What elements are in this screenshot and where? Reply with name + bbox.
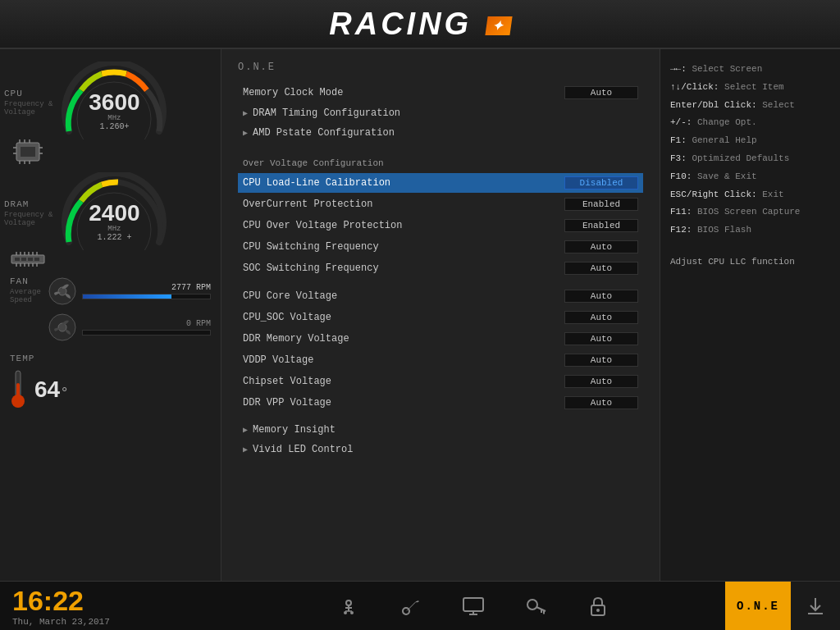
logo-text: RACING [329, 7, 483, 41]
svg-rect-16 [21, 258, 26, 261]
fan1-bar-wrap [82, 294, 211, 299]
help-item-screen: →←: Select Screen [670, 62, 830, 78]
dram-sublabel2: Voltage [4, 219, 35, 227]
menu-item-vddp-v[interactable]: VDDP Voltage Auto [238, 350, 643, 370]
menu-item-label: Memory Clock Mode [243, 87, 343, 98]
expand-arrow-vivid: ▶ [243, 445, 248, 454]
svg-point-53 [596, 609, 600, 612]
menu-item-amd-pstate[interactable]: ▶ AMD Pstate Configuration [238, 124, 643, 142]
help-item-f3: F3: Optimized Defaults [670, 151, 830, 167]
thermometer-icon [10, 367, 26, 412]
fan1-icon [48, 276, 77, 306]
nav-tools-icon[interactable] [334, 591, 363, 621]
logo-emblem: ✦ [485, 16, 512, 35]
cpu-freq-value: 3600 [57, 91, 171, 114]
cpu-sublabel2: Voltage [4, 108, 35, 116]
menu-item-memory-insight[interactable]: ▶ Memory Insight [238, 421, 643, 439]
cpu-voltage: 1.260+ [57, 122, 171, 131]
menu-item-ddr-vpp-v[interactable]: DDR VPP Voltage Auto [238, 393, 643, 413]
app-logo: RACING ✦ [329, 7, 510, 42]
nav-lock-icon[interactable] [583, 591, 613, 621]
dram-label-col: DRAM Frequency & Voltage [4, 196, 52, 227]
menu-item-cpu-soc-v[interactable]: CPU_SOC Voltage Auto [238, 308, 643, 327]
download-icon[interactable] [791, 582, 840, 631]
expand-arrow-amd: ▶ [243, 128, 248, 138]
menu-value-cpu-sw-freq: Auto [564, 240, 638, 253]
menu-item-overcurrent[interactable]: OverCurrent Protection Enabled [238, 194, 643, 214]
menu-item-label: DRAM Timing Configuration [253, 107, 400, 119]
one-button[interactable]: O.N.E [725, 582, 791, 631]
one-label: O.N.E [737, 600, 779, 613]
help-panel: →←: Select Screen ↑↓/Click: Select Item … [660, 49, 840, 581]
nav-screen-icon[interactable] [459, 591, 488, 621]
menu-item-label: CPU Switching Frequency [243, 241, 379, 253]
menu-value-ddr-vpp-v: Auto [564, 396, 638, 409]
menu-item-label: SOC Switching Frequency [243, 262, 379, 274]
menu-value-cpu-ovp: Enabled [564, 219, 638, 232]
main-layout: CPU Frequency & Voltage [0, 49, 840, 581]
menu-item-label: Memory Insight [253, 424, 336, 436]
menu-item-label: CPU Over Voltage Protection [243, 220, 402, 231]
bottom-bar: 16:22 Thu, March 23,2017 [0, 581, 840, 630]
menu-item-vivid-led[interactable]: ▶ Vivid LED Control [238, 441, 643, 459]
nav-wrench-icon[interactable] [396, 591, 426, 621]
section-title: O.N.E [238, 62, 643, 73]
cpu-dial: 3600 MHz 1.260+ [57, 62, 171, 139]
clock-time: 16:22 [12, 585, 209, 617]
help-description: Adjust CPU LLC function [670, 255, 830, 269]
cpu-section: CPU Frequency & Voltage [0, 57, 221, 139]
nav-key-icon[interactable] [521, 591, 550, 621]
menu-value-ddr-mem-v: Auto [564, 332, 638, 345]
temp-label: Temp [10, 354, 211, 363]
svg-point-42 [344, 611, 347, 614]
menu-value-memory-clock: Auto [564, 86, 638, 99]
help-item-item: ↑↓/Click: Select Item [670, 80, 830, 96]
menu-item-cpu-ovp[interactable]: CPU Over Voltage Protection Enabled [238, 216, 643, 235]
menu-item-cpu-sw-freq[interactable]: CPU Switching Frequency Auto [238, 237, 643, 257]
temp-row: 64° [10, 367, 211, 412]
menu-item-soc-sw-freq[interactable]: SOC Switching Frequency Auto [238, 258, 643, 278]
content-area: O.N.E Memory Clock Mode Auto ▶ DRAM Timi… [221, 49, 660, 581]
cpu-sublabel1: Frequency & [4, 100, 52, 108]
fan2-rpm: 0 RPM [82, 319, 211, 328]
help-item-f10: F10: Save & Exit [670, 169, 830, 185]
menu-item-label: VDDP Voltage [243, 354, 313, 366]
fan-section: Fan Average Speed [0, 272, 221, 346]
help-item-f11: F11: BIOS Screen Capture [670, 204, 830, 221]
menu-item-memory-clock[interactable]: Memory Clock Mode Auto [238, 83, 643, 103]
menu-value-cpu-core-v: Auto [564, 290, 638, 303]
dram-freq-value: 2400 [57, 202, 171, 225]
expand-arrow-memory: ▶ [243, 425, 248, 435]
menu-item-label: AMD Pstate Configuration [253, 127, 395, 139]
svg-point-37 [11, 395, 25, 408]
fan2-icon [48, 313, 77, 342]
menu-item-chipset-v[interactable]: Chipset Voltage Auto [238, 372, 643, 391]
cpu-label: CPU [4, 89, 23, 98]
dram-chip-icon-row [0, 250, 221, 272]
clock-section: 16:22 Thu, March 23,2017 [0, 581, 221, 630]
divider2 [238, 280, 643, 286]
menu-item-label: CPU Core Voltage [243, 290, 337, 302]
menu-value-cpu-soc-v: Auto [564, 311, 638, 324]
help-item-esc: ESC/Right Click: Exit [670, 187, 830, 203]
menu-item-ddr-mem-v[interactable]: DDR Memory Voltage Auto [238, 329, 643, 349]
help-item-f1: F1: General Help [670, 133, 830, 149]
cpu-chip-icon-row [0, 139, 221, 168]
dram-voltage: 1.222 + [57, 233, 171, 242]
menu-item-label: CPU Load-Line Calibration [243, 177, 390, 189]
fan1-rpm: 2777 RPM [82, 283, 211, 292]
menu-value-soc-sw-freq: Auto [564, 262, 638, 275]
temp-unit: ° [60, 385, 69, 401]
over-voltage-label: Over Voltage Configuration [243, 158, 384, 168]
over-voltage-header: Over Voltage Configuration [238, 157, 643, 170]
divider3 [238, 414, 643, 421]
dram-freq-unit: MHz [57, 225, 171, 233]
svg-point-38 [346, 600, 351, 605]
menu-item-cpu-llc[interactable]: CPU Load-Line Calibration Disabled [238, 173, 643, 193]
menu-item-cpu-core-v[interactable]: CPU Core Voltage Auto [238, 286, 643, 306]
svg-rect-17 [28, 258, 33, 261]
help-item-change: +/-: Change Opt. [670, 115, 830, 131]
fan2-bar-wrap [82, 330, 211, 336]
fan1-row: 2777 RPM [48, 276, 211, 306]
menu-item-dram-timing[interactable]: ▶ DRAM Timing Configuration [238, 104, 643, 122]
